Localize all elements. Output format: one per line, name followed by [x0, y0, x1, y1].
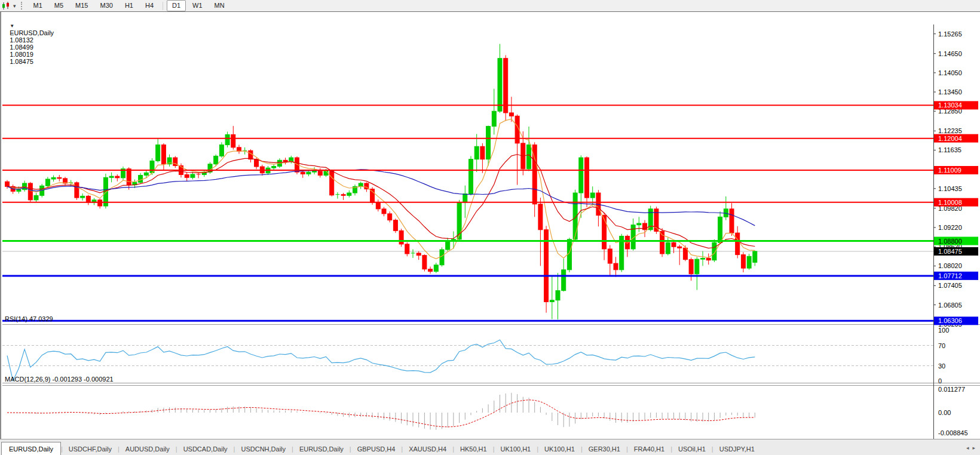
chart-tab-ger30-h1[interactable]: GER30,H1 — [583, 443, 626, 455]
tab-scroll-left-button[interactable]: ◂ — [966, 445, 969, 451]
chart-type-icon[interactable] — [1, 2, 12, 10]
chart-tab-usdchf-daily[interactable]: USDCHF,Daily — [63, 443, 118, 455]
price-axis-tick-label: 1.06805 — [938, 302, 962, 309]
level-price-label: 1.11009 — [938, 167, 961, 174]
price-axis-tick-label: 1.10435 — [938, 185, 962, 192]
timeframe-button-h4[interactable]: H4 — [140, 0, 159, 11]
price-axis-tick-label: 1.07405 — [938, 282, 962, 289]
chart-tab-uk100-h1[interactable]: UK100,H1 — [538, 443, 581, 455]
chart-tab-eurusd-daily[interactable]: EURUSD,Daily — [1, 442, 61, 455]
rsi-axis-tick-label: 0 — [938, 377, 942, 385]
timeframe-button-m5[interactable]: M5 — [49, 0, 69, 11]
level-price-label: 1.06306 — [938, 317, 962, 324]
chart-window[interactable]: 7 Nov 201916 Nov 201926 Nov 20195 Dec 20… — [0, 12, 980, 439]
chart-tab-bar: EURUSD,Daily|USDCHF,Daily|AUDUSD,Daily|U… — [0, 439, 980, 455]
chevron-down-icon[interactable]: ▾ — [13, 3, 16, 9]
timeframe-button-mn[interactable]: MN — [209, 0, 230, 11]
chart-tab-uk100-h1[interactable]: UK100,H1 — [494, 443, 537, 455]
timeframe-button-d1[interactable]: D1 — [167, 0, 186, 11]
price-axis-tick-label: 1.12235 — [938, 127, 962, 134]
rsi-axis-tick-label: 30 — [938, 362, 945, 370]
chart-tab-xauusd-h4[interactable]: XAUUSD,H4 — [403, 443, 452, 455]
price-axis-tick-label: 1.15265 — [938, 30, 962, 38]
timeframe-button-h1[interactable]: H1 — [120, 0, 139, 11]
macd-signal-line — [7, 400, 755, 427]
chart-tab-usoil-h1[interactable]: USOil,H1 — [672, 443, 712, 455]
timeframe-button-m1[interactable]: M1 — [28, 0, 48, 11]
level-price-label: 1.10008 — [938, 199, 962, 206]
chart-tab-usdcad-daily[interactable]: USDCAD,Daily — [177, 443, 234, 455]
price-axis-tick-label: 1.11635 — [938, 146, 961, 153]
chart-tab-audusd-daily[interactable]: AUDUSD,Daily — [120, 443, 176, 455]
level-price-label: 1.08800 — [938, 238, 962, 245]
price-axis-tick-label: 1.09220 — [938, 224, 962, 231]
price-axis-tick-label: 1.08020 — [938, 262, 962, 269]
tab-scroll-right-button[interactable]: ▸ — [972, 445, 975, 451]
price-axis-tick-label: 1.14650 — [938, 50, 962, 57]
macd-axis-tick-label: 0.011277 — [938, 386, 965, 393]
macd-axis-tick-label: 0.00 — [938, 409, 951, 416]
price-axis-tick-label: 1.13450 — [938, 88, 962, 96]
rsi-axis-tick-label: 70 — [938, 342, 945, 349]
price-axis-tick-label: 1.14050 — [938, 69, 962, 76]
macd-histogram — [7, 393, 755, 430]
level-price-label: 1.13034 — [938, 102, 962, 109]
timeframe-button-w1[interactable]: W1 — [187, 0, 208, 11]
rsi-axis-tick-label: 100 — [938, 327, 949, 334]
toolbar-separator — [163, 2, 163, 10]
chart-tab-usdcnh-daily[interactable]: USDCNH,Daily — [235, 443, 292, 455]
candles-layer — [5, 44, 757, 319]
chart-tab-fra40-h1[interactable]: FRA40,H1 — [628, 443, 670, 455]
level-price-label: 1.07712 — [938, 272, 962, 279]
timeframe-button-m30[interactable]: M30 — [95, 0, 118, 11]
top-toolbar: ▾ M1M5M15M30H1H4D1W1MN — [0, 0, 980, 12]
current-price-label: 1.08475 — [938, 248, 962, 255]
level-price-label: 1.12004 — [938, 135, 962, 142]
chart-tab-usdjpy-h1[interactable]: USDJPY,H1 — [713, 443, 761, 455]
toolbar-grip-handle[interactable] — [21, 2, 24, 10]
chart-tab-gbpusd-h4[interactable]: GBPUSD,H4 — [351, 443, 402, 455]
moving-average-medium — [7, 155, 755, 248]
macd-axis-tick-label: -0.008845 — [938, 429, 968, 436]
rsi-line — [7, 340, 755, 381]
chart-tab-eurusd-daily[interactable]: EURUSD,Daily — [293, 443, 350, 455]
chart-tab-hk50-h1[interactable]: HK50,H1 — [454, 443, 493, 455]
timeframe-button-m15[interactable]: M15 — [70, 0, 93, 11]
